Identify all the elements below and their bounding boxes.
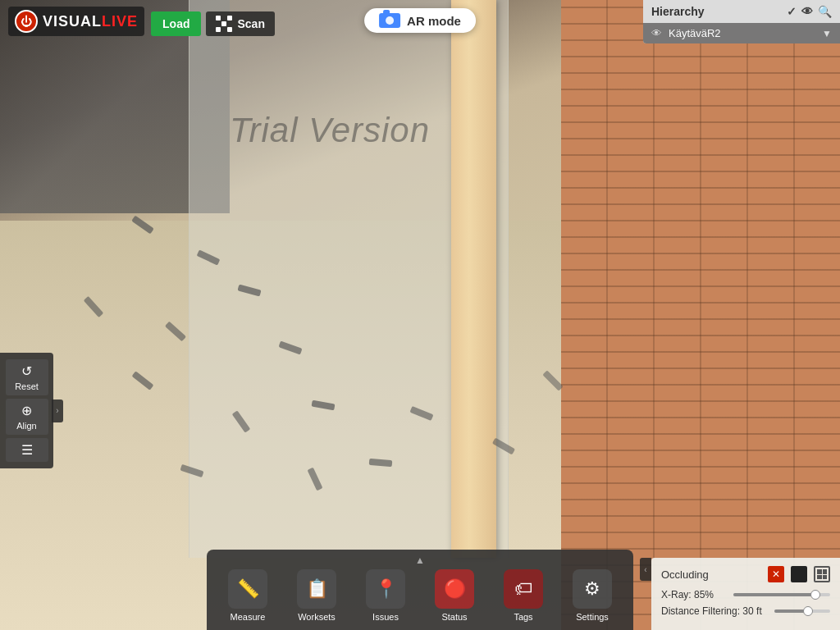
status-label: Status (441, 612, 467, 622)
ar-scene: Trial Version (0, 0, 840, 630)
toolbar-item-worksets[interactable]: 📋 Worksets (290, 569, 344, 622)
right-expand-arrow[interactable]: ‹ (640, 558, 651, 581)
brand-name: VISUALLIVE (43, 13, 138, 30)
qr-cell-4 (216, 21, 221, 26)
measure-icon: 📏 (228, 569, 267, 609)
measure-label: Measure (231, 612, 266, 622)
toolbar-buttons: 📏 Measure 📋 Worksets 📍 Issues 🔴 Status 🏷… (215, 569, 625, 622)
scan-button[interactable]: Scan (206, 11, 274, 36)
occ-grid-cell-1 (817, 569, 822, 574)
toolbar-item-measure[interactable]: 📏 Measure (221, 569, 275, 622)
occluding-label: Occluding (661, 568, 761, 581)
toolbar-item-tags[interactable]: 🏷 Tags (497, 569, 550, 622)
hierarchy-title: Hierarchy (651, 5, 705, 18)
power-icon: ⏻ (15, 10, 38, 33)
camera-icon (379, 13, 400, 28)
distance-slider-track[interactable] (774, 609, 830, 613)
issues-label: Issues (372, 612, 399, 622)
occ-grid-cell-3 (817, 575, 822, 580)
logo-area: ⏻ VISUALLIVE (8, 7, 144, 36)
hier-search-icon[interactable]: 🔍 (818, 5, 832, 18)
distance-row: Distance Filtering: 30 ft (661, 605, 830, 617)
hier-eye-icon[interactable]: 👁 (801, 5, 813, 18)
occluding-row: Occluding ✕ (661, 566, 830, 582)
brick-wall (561, 0, 840, 630)
qr-cell-9 (227, 27, 232, 32)
settings-label: Settings (576, 612, 609, 622)
load-button[interactable]: Load (151, 11, 201, 36)
reset-icon: ↺ (21, 363, 32, 379)
xray-slider-thumb[interactable] (810, 590, 820, 600)
xray-slider-fill (733, 593, 815, 596)
left-panel: ↺ Reset ⊕ Align ☰ › (0, 353, 53, 468)
brand-visual: VISUAL (43, 13, 102, 30)
occluding-close-button[interactable]: ✕ (768, 566, 784, 582)
scan-label: Scan (237, 17, 264, 30)
right-panel: Occluding ✕ X-Ray: 85% Distance Filterin… (651, 558, 840, 630)
distance-label: Distance Filtering: 30 ft (661, 605, 768, 617)
qr-cell-8 (221, 27, 226, 32)
align-icon: ⊕ (21, 403, 32, 418)
issues-icon: 📍 (366, 569, 405, 609)
worksets-label: Worksets (298, 612, 336, 622)
toolbar-item-status[interactable]: 🔴 Status (428, 569, 482, 622)
ar-mode-label: AR mode (407, 14, 461, 28)
qr-cell-3 (227, 16, 232, 21)
bottom-toolbar: ▲ 📏 Measure 📋 Worksets 📍 Issues 🔴 Status… (207, 550, 633, 630)
panel-collapse-arrow[interactable]: › (52, 399, 63, 422)
tags-label: Tags (514, 612, 532, 622)
align-label: Align (16, 421, 36, 431)
reset-label: Reset (15, 381, 39, 391)
load-scan-group: Load Scan (151, 11, 275, 36)
ar-mode-button[interactable]: AR mode (364, 8, 476, 33)
qr-icon (216, 16, 232, 32)
xray-row: X-Ray: 85% (661, 589, 830, 600)
qr-cell-2 (221, 16, 226, 21)
hierarchy-header: Hierarchy ✓ 👁 🔍 (643, 0, 840, 23)
distance-slider-thumb[interactable] (803, 606, 813, 616)
brand-live: LIVE (102, 13, 138, 30)
occ-grid-cell-4 (823, 575, 828, 580)
hierarchy-panel: Hierarchy ✓ 👁 🔍 👁 KäytäväR2 ▼ (643, 0, 840, 43)
align-button[interactable]: ⊕ Align (6, 399, 48, 435)
hier-row-chevron: ▼ (822, 28, 832, 39)
occ-grid-cell-2 (823, 569, 828, 574)
reset-button[interactable]: ↺ Reset (6, 359, 48, 395)
hier-row-eye: 👁 (651, 27, 662, 39)
worksets-icon: 📋 (297, 569, 336, 609)
toolbar-expand-arrow[interactable]: ▲ (215, 555, 625, 566)
qr-cell-7 (216, 27, 221, 32)
status-icon: 🔴 (435, 569, 474, 609)
tags-icon: 🏷 (504, 569, 543, 609)
toolbar-item-issues[interactable]: 📍 Issues (359, 569, 413, 622)
xray-label: X-Ray: 85% (661, 589, 727, 600)
qr-cell-5 (221, 21, 226, 26)
hierarchy-item-label: KäytäväR2 (662, 27, 822, 39)
layers-icon: ☰ (21, 442, 33, 458)
bim-column (451, 0, 496, 558)
hierarchy-icons: ✓ 👁 🔍 (787, 5, 832, 18)
xray-slider-track[interactable] (733, 593, 830, 596)
hier-check-icon[interactable]: ✓ (787, 5, 797, 18)
qr-cell-1 (216, 16, 221, 21)
occluding-grid-button[interactable] (814, 566, 830, 582)
toolbar-item-settings[interactable]: ⚙ Settings (566, 569, 619, 622)
occluding-black-button[interactable] (791, 566, 807, 582)
hierarchy-row[interactable]: 👁 KäytäväR2 ▼ (643, 23, 840, 43)
qr-cell-6 (227, 21, 232, 26)
settings-icon: ⚙ (573, 569, 612, 609)
layers-button[interactable]: ☰ (6, 438, 48, 462)
